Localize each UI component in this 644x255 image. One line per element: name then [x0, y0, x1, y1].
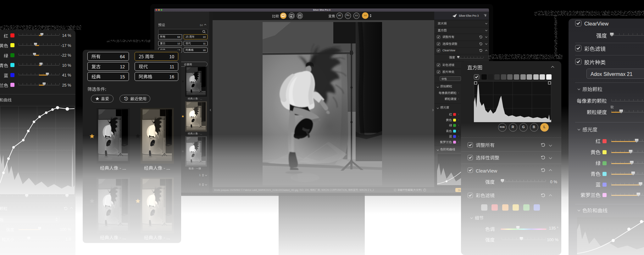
svg-text:9: 9	[125, 98, 127, 100]
